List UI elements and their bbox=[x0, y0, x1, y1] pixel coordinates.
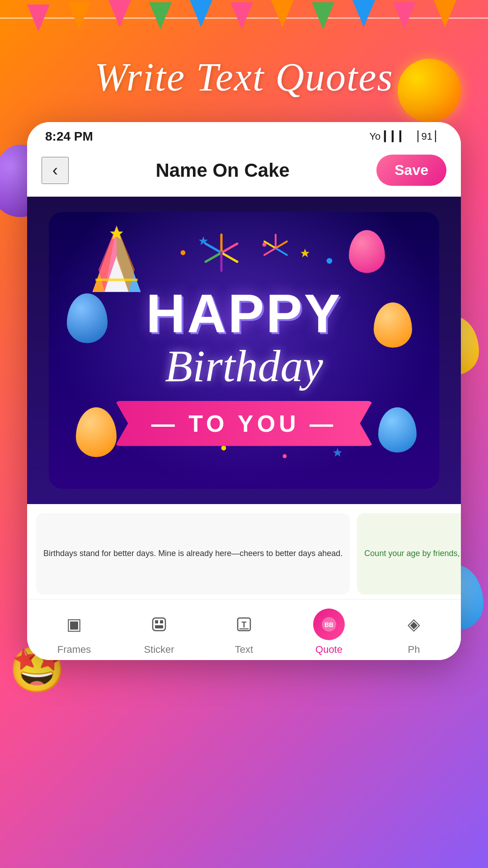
nav-item-quote[interactable]: BB Quote bbox=[286, 609, 371, 656]
text-label: Text bbox=[235, 644, 253, 656]
quote-card-2[interactable]: Count your age by friends, not years. Co… bbox=[357, 513, 461, 594]
quote-icon: BB bbox=[313, 609, 345, 640]
main-image-area: HAPPY Birthday — TO YOU — bbox=[27, 197, 461, 504]
phone-frame: 8:24 PM Yo ▎▎▎ ▕ 91 ▏ ‹ Name On Cake Sav… bbox=[27, 122, 461, 660]
svg-point-36 bbox=[283, 454, 287, 458]
svg-line-29 bbox=[276, 248, 287, 255]
svg-marker-2 bbox=[68, 2, 90, 29]
nav-item-text[interactable]: T Text bbox=[202, 609, 286, 656]
sticker-label: Sticker bbox=[144, 644, 174, 656]
svg-marker-6 bbox=[230, 2, 253, 29]
background-headline: Write Text Quotes bbox=[0, 54, 488, 100]
svg-rect-42 bbox=[153, 618, 165, 631]
quote-card-1[interactable]: Birthdays stand for better days. Mine is… bbox=[36, 513, 350, 594]
card-happy-text: HAPPY bbox=[146, 282, 342, 344]
signal-icon: ▎▎▎ bbox=[384, 131, 407, 142]
svg-point-34 bbox=[327, 258, 333, 264]
card-birthday-text: Birthday bbox=[165, 340, 323, 392]
nav-item-frames[interactable]: ▣ Frames bbox=[32, 609, 117, 656]
nav-item-sticker[interactable]: Sticker bbox=[117, 609, 202, 656]
battery-icon: ▕ 91 ▏ bbox=[411, 131, 443, 142]
status-bar: 8:24 PM Yo ▎▎▎ ▕ 91 ▏ bbox=[27, 122, 461, 147]
fireworks-decoration bbox=[176, 226, 312, 280]
quotes-section: Birthdays stand for better days. Mine is… bbox=[27, 504, 461, 599]
svg-marker-8 bbox=[312, 2, 334, 29]
svg-text:T: T bbox=[242, 620, 247, 629]
svg-text:BB: BB bbox=[324, 621, 333, 628]
frames-label: Frames bbox=[57, 644, 91, 656]
frames-icon: ▣ bbox=[58, 609, 90, 640]
svg-marker-5 bbox=[190, 0, 212, 27]
svg-marker-7 bbox=[271, 0, 294, 27]
svg-marker-3 bbox=[108, 0, 131, 27]
svg-line-24 bbox=[206, 244, 221, 253]
sticker-icon bbox=[143, 609, 175, 640]
app-header: ‹ Name On Cake Save bbox=[27, 147, 461, 197]
save-button[interactable]: Save bbox=[376, 155, 446, 186]
svg-marker-10 bbox=[393, 2, 416, 29]
svg-rect-44 bbox=[160, 620, 163, 623]
svg-line-23 bbox=[221, 253, 237, 262]
status-icons: Yo ▎▎▎ ▕ 91 ▏ bbox=[369, 131, 443, 142]
card-to-you-text: — TO YOU — bbox=[115, 401, 373, 446]
svg-point-35 bbox=[221, 446, 226, 451]
bottom-navigation: ▣ Frames Sticker T Text BB Quote ◈ Ph bbox=[27, 599, 461, 660]
status-time: 8:24 PM bbox=[45, 129, 93, 144]
svg-marker-4 bbox=[149, 2, 172, 29]
svg-line-31 bbox=[264, 248, 276, 255]
svg-line-30 bbox=[264, 241, 276, 248]
svg-rect-45 bbox=[155, 625, 163, 628]
svg-line-25 bbox=[206, 253, 221, 262]
party-hat-icon bbox=[85, 226, 148, 298]
nav-item-photo[interactable]: ◈ Ph bbox=[371, 609, 456, 656]
page-title: Name On Cake bbox=[155, 160, 289, 181]
svg-line-22 bbox=[221, 244, 237, 253]
photo-label: Ph bbox=[408, 644, 420, 656]
quote-text-1: Birthdays stand for better days. Mine is… bbox=[43, 548, 343, 559]
birthday-card: HAPPY Birthday — TO YOU — bbox=[49, 212, 439, 489]
photo-icon: ◈ bbox=[398, 609, 430, 640]
svg-rect-43 bbox=[155, 620, 158, 623]
quote-label: Quote bbox=[315, 644, 343, 656]
svg-marker-39 bbox=[333, 448, 342, 457]
back-button[interactable]: ‹ bbox=[42, 157, 69, 184]
svg-line-28 bbox=[276, 241, 287, 248]
svg-marker-11 bbox=[434, 0, 456, 27]
network-icon: Yo bbox=[369, 131, 380, 142]
svg-marker-9 bbox=[352, 0, 375, 27]
text-icon: T bbox=[228, 609, 260, 640]
quote-text-2: Count your age by friends, not years. Co… bbox=[364, 548, 461, 559]
